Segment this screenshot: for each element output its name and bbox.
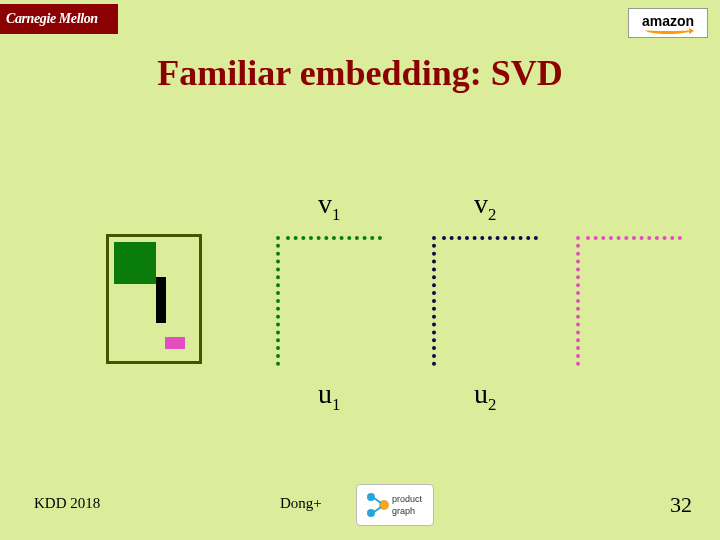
svg-line-3 [374,498,381,503]
label-u2: u2 [474,378,496,415]
u2-vector [432,236,436,366]
u1-vector [276,236,280,366]
page-number: 32 [670,492,692,518]
pg-text-bottom: graph [392,506,415,516]
slide-title: Familiar embedding: SVD [0,52,720,94]
amazon-smile-icon [645,26,691,34]
label-v1: v1 [318,188,340,225]
svg-point-1 [367,509,375,517]
v1-vector [286,236,382,240]
cmu-badge: Carnegie Mellon [0,4,118,34]
matrix-block-pink [165,337,185,349]
v3-vector [586,236,682,240]
footer-author: Dong+ [280,495,322,512]
label-u1: u1 [318,378,340,415]
svg-line-4 [374,507,381,512]
product-graph-badge: product graph [356,484,434,526]
label-v2: v2 [474,188,496,225]
u3-vector [576,236,580,366]
svg-point-0 [367,493,375,501]
matrix-block-black [156,277,166,323]
amazon-badge: amazon [628,8,708,38]
product-graph-icon: product graph [362,488,428,522]
footer-venue: KDD 2018 [34,495,100,512]
matrix-block-green [114,242,156,284]
v2-vector [442,236,538,240]
pg-text-top: product [392,494,423,504]
matrix-a [106,234,202,364]
